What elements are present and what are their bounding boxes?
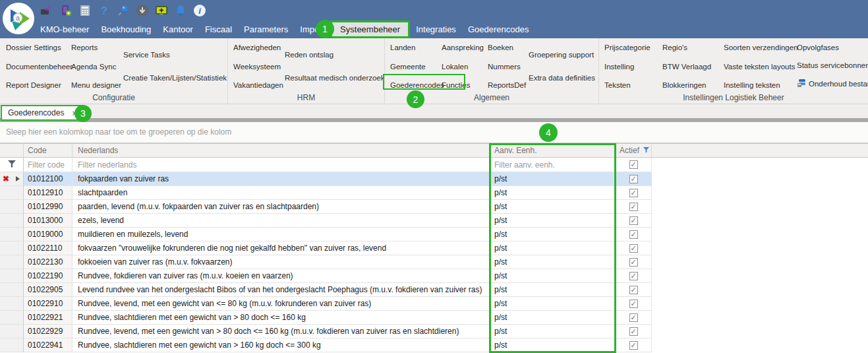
active-cell[interactable]: ✓ — [616, 228, 652, 241]
ribbon-item-report-designer[interactable]: Report Designer — [6, 81, 72, 90]
ribbon-item-instelling-teksten[interactable]: Instelling teksten — [724, 81, 798, 90]
name-cell[interactable]: fokpaarden van zuiver ras — [72, 172, 490, 186]
ribbon-item-agenda-sync[interactable]: Agenda Sync — [71, 63, 121, 71]
unit-cell[interactable]: p/st — [490, 241, 616, 255]
header-aanv-eenh[interactable]: Aanv. Eenh. — [490, 143, 616, 158]
filter-code-input[interactable]: Filter code — [24, 158, 72, 172]
document-tab-goederencodes[interactable]: Goederencodes × — [1, 105, 84, 121]
screen-add-icon[interactable] — [154, 3, 169, 18]
ribbon-item-blokkeringen[interactable]: Blokkeringen — [662, 81, 711, 90]
table-row[interactable]: 01022941 Rundvee, slachtdieren met een g… — [0, 338, 868, 352]
name-cell[interactable]: Rundvee, slachtdieren met een gewicht va… — [72, 338, 490, 352]
ribbon-item-service-tasks[interactable]: Service Tasks — [123, 51, 227, 59]
name-cell[interactable]: slachtpaarden — [72, 186, 490, 200]
checkbox-checked-icon[interactable]: ✓ — [629, 272, 638, 280]
active-cell[interactable]: ✓ — [616, 200, 652, 214]
table-row[interactable]: 01013000 ezels, levend p/st ✓ — [0, 214, 868, 228]
table-row[interactable]: 01019000 muildieren en muilezels, levend… — [0, 228, 868, 241]
ribbon-item-vaste-teksten-layouts[interactable]: Vaste teksten layouts — [724, 63, 798, 71]
unit-cell[interactable]: p/st — [490, 214, 616, 228]
table-row[interactable]: ✖ 01012100 fokpaarden van zuiver ras p/s… — [0, 172, 868, 186]
ribbon-item-reports[interactable]: Reports — [71, 44, 121, 52]
checkbox-checked-icon[interactable]: ✓ — [629, 313, 638, 322]
menu-tab-kantoor[interactable]: Kantoor — [157, 20, 199, 38]
name-cell[interactable]: Rundvee, slachtdieren met een gewicht va… — [72, 311, 490, 325]
header-nederlands[interactable]: Nederlands — [72, 143, 490, 158]
ribbon-item-instelling[interactable]: Instelling — [604, 63, 651, 71]
unit-cell[interactable]: p/st — [490, 186, 616, 200]
ribbon-item-medisch-onderzoek[interactable]: Resultaat medisch onderzoek — [285, 74, 385, 82]
ribbon-item-landen[interactable]: Landen — [390, 44, 444, 52]
unit-cell[interactable]: p/st — [490, 325, 616, 338]
filter-actief-checkbox-cell[interactable]: ✓ — [616, 158, 652, 172]
unit-cell[interactable]: p/st — [490, 338, 616, 352]
name-cell[interactable]: Rundvee, levend, met een gewicht van <= … — [72, 297, 490, 311]
code-cell[interactable]: 01022905 — [24, 283, 72, 297]
code-cell[interactable]: 01012100 — [24, 172, 72, 186]
table-row[interactable]: 01022921 Rundvee, slachtdieren met een g… — [0, 311, 868, 325]
ribbon-item-boeken[interactable]: Boeken — [488, 44, 526, 52]
filter-unit-input[interactable]: Filter aanv. eenh. — [490, 158, 616, 172]
code-cell[interactable]: 01013000 — [24, 214, 72, 228]
active-cell[interactable]: ✓ — [616, 214, 652, 228]
active-cell[interactable]: ✓ — [616, 269, 652, 283]
ribbon-item-weeksysteem[interactable]: Weeksysteem — [233, 63, 283, 71]
header-code[interactable]: Code — [24, 143, 72, 158]
table-row[interactable]: 01012990 paarden, levend (m.u.v. fokpaar… — [0, 200, 868, 214]
menu-tab-fiscaal[interactable]: Fiscaal — [199, 20, 238, 38]
checkbox-checked-icon[interactable]: ✓ — [629, 244, 638, 253]
unit-cell[interactable]: p/st — [490, 297, 616, 311]
bell-icon[interactable] — [173, 3, 188, 18]
checkbox-checked-icon[interactable]: ✓ — [629, 230, 638, 239]
table-row[interactable]: 01022110 fokvaarzen "vrouwelijke fokrund… — [0, 241, 868, 255]
checkbox-checked-icon[interactable]: ✓ — [629, 258, 638, 267]
group-by-panel[interactable]: Sleep hier een kolomkop naar toe om te g… — [0, 122, 868, 143]
checkbox-checked-icon[interactable]: ✓ — [629, 160, 638, 169]
ribbon-item-vakantiedagen[interactable]: Vakantiedagen — [233, 81, 283, 90]
ribbon-item-afwezigheden[interactable]: Afwezigheden — [233, 44, 283, 52]
ribbon-item-teksten[interactable]: Teksten — [604, 81, 651, 90]
unit-cell[interactable]: p/st — [490, 172, 616, 186]
checkbox-checked-icon[interactable]: ✓ — [629, 175, 638, 183]
ribbon-item-soorten-verzendingen[interactable]: Soorten verzendingen — [724, 44, 798, 52]
calculator-icon[interactable] — [78, 3, 92, 18]
ribbon-item-opvolgfases[interactable]: Opvolgfases — [797, 44, 868, 52]
table-row[interactable]: 01022929 Rundvee, levend, met een gewich… — [0, 325, 868, 338]
name-cell[interactable]: fokvaarzen "vrouwelijke fokrunderen die … — [72, 241, 490, 255]
filter-funnel-icon[interactable] — [8, 160, 16, 170]
code-cell[interactable]: 01019000 — [24, 228, 72, 241]
name-cell[interactable]: Levend rundvee van het ondergeslacht Bib… — [72, 283, 490, 297]
send-mail-icon[interactable] — [40, 3, 54, 18]
table-row[interactable]: 01022910 Rundvee, levend, met een gewich… — [0, 297, 868, 311]
checkbox-checked-icon[interactable]: ✓ — [629, 286, 638, 294]
active-cell[interactable]: ✓ — [616, 283, 652, 297]
menu-tab-goederencodes[interactable]: Goederencodes — [462, 20, 535, 38]
code-cell[interactable]: 01022190 — [24, 269, 72, 283]
active-cell[interactable]: ✓ — [616, 325, 652, 338]
ribbon-item-groepering-support[interactable]: Groepering support — [529, 51, 595, 59]
checkbox-checked-icon[interactable]: ✓ — [629, 341, 638, 350]
menu-tab-integraties[interactable]: Integraties — [410, 20, 462, 38]
active-cell[interactable]: ✓ — [616, 241, 652, 255]
filter-nederlands-input[interactable]: Filter nederlands — [72, 158, 490, 172]
ribbon-item-menu-designer[interactable]: Menu designer — [71, 81, 121, 90]
menu-tab-parameters[interactable]: Parameters — [238, 20, 294, 38]
code-cell[interactable]: 01012990 — [24, 200, 72, 214]
unit-cell[interactable]: p/st — [490, 228, 616, 241]
ribbon-item-documentenbeheer[interactable]: Documentenbeheer — [6, 63, 72, 71]
active-cell[interactable]: ✓ — [616, 297, 652, 311]
device-add-icon[interactable] — [59, 3, 73, 18]
menu-tab-kmo-beheer[interactable]: KMO-beheer — [34, 20, 95, 38]
table-row[interactable]: 01012910 slachtpaarden p/st ✓ — [0, 186, 868, 200]
name-cell[interactable]: ezels, levend — [72, 214, 490, 228]
unit-cell[interactable]: p/st — [490, 283, 616, 297]
checkbox-checked-icon[interactable]: ✓ — [629, 189, 638, 197]
pin-icon[interactable] — [116, 3, 130, 18]
table-row[interactable]: 01022905 Levend rundvee van het onderges… — [0, 283, 868, 297]
ribbon-item-btw-verlaagd[interactable]: BTW Verlaagd — [662, 63, 711, 71]
active-cell[interactable]: ✓ — [616, 186, 652, 200]
active-cell[interactable]: ✓ — [616, 172, 652, 186]
name-cell[interactable]: muildieren en muilezels, levend — [72, 228, 490, 241]
ribbon-item-status-servicebonnen[interactable]: Status servicebonnen — [797, 61, 868, 70]
table-row[interactable]: 01022130 fokkoeien van zuiver ras (m.u.v… — [0, 255, 868, 269]
